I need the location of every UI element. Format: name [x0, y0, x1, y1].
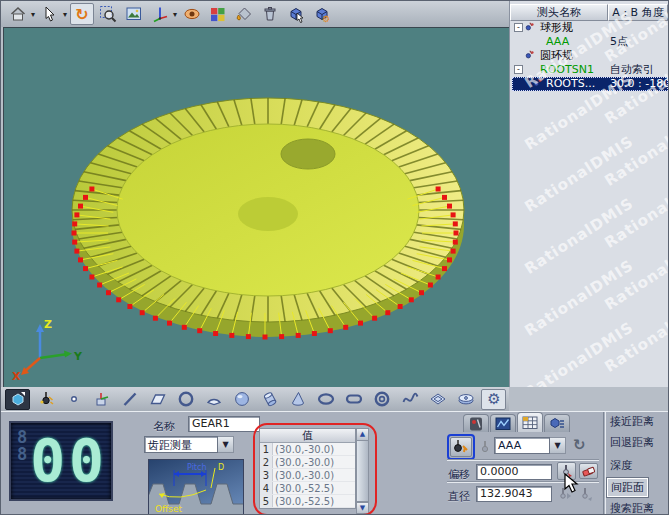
offset-input[interactable]: 0.0000: [476, 464, 552, 480]
feature-line-button[interactable]: [117, 389, 142, 410]
tab-report[interactable]: [544, 414, 570, 432]
dropdown-arrow-icon[interactable]: ▾: [63, 10, 67, 19]
measure-mode-select[interactable]: 齿距测量 ▼: [144, 436, 234, 453]
probe-select[interactable]: AAA ▼: [494, 437, 566, 454]
offset-label: 偏移: [448, 467, 470, 482]
svg-text:Y: Y: [73, 350, 83, 363]
tree-row-rootsn1[interactable]: -ROOTSN1自动索引: [510, 63, 669, 77]
erase-button[interactable]: [579, 463, 598, 479]
svg-text:⚙: ⚙: [487, 390, 500, 408]
feature-torus-button[interactable]: [369, 389, 394, 410]
pitch-label: Pitch: [187, 463, 206, 472]
feature-ellipse-button[interactable]: [313, 389, 338, 410]
pick-solid-button[interactable]: [284, 3, 308, 25]
distance-option-1[interactable]: 回退距离: [610, 435, 654, 450]
svg-text:↻: ↻: [75, 5, 88, 23]
counter-value: 00: [27, 423, 111, 499]
distance-option-2[interactable]: 深度: [610, 458, 632, 473]
torus-icon: [373, 390, 391, 408]
home-button[interactable]: [6, 3, 30, 25]
value-list-scrollbar[interactable]: ▲ ▼: [356, 428, 369, 515]
tree-item-label: 圆环规: [540, 49, 573, 63]
tab-graphics[interactable]: [490, 414, 516, 432]
solid-settings-button[interactable]: ⚙: [310, 3, 334, 25]
view-eye-button[interactable]: [180, 3, 204, 25]
dropdown-arrow-icon[interactable]: ▾: [173, 10, 177, 19]
scroll-down-icon[interactable]: ▼: [357, 502, 368, 514]
value-list-row[interactable]: 4(30.0,-52.5): [260, 482, 355, 495]
apply-probe-button[interactable]: [557, 462, 576, 480]
feature-slot-button[interactable]: [341, 389, 366, 410]
dropdown-arrow-icon[interactable]: ▾: [31, 10, 35, 19]
rationaldmis-window: ▾▾↻▾⚙ Z Y X 测头名称A : B 角度 -球形规AAA5点圆环规-RO…: [0, 0, 669, 515]
line-icon: [121, 390, 139, 408]
feature-gear-button[interactable]: ⚙: [481, 389, 506, 410]
select-cursor-button[interactable]: [38, 3, 62, 25]
tree-row-[interactable]: 圆环规: [510, 49, 669, 63]
delete-trash-button[interactable]: [258, 3, 282, 25]
tab-probe[interactable]: [463, 414, 489, 432]
color-palette-button[interactable]: [206, 3, 230, 25]
scroll-thumb[interactable]: [357, 441, 368, 502]
feature-circle-button[interactable]: [173, 389, 198, 410]
tree-expander-icon[interactable]: -: [514, 65, 523, 74]
feature-plane-button[interactable]: [145, 389, 170, 410]
zoom-window-button[interactable]: [96, 3, 120, 25]
rotate-view-button[interactable]: ↻: [70, 3, 94, 25]
tree-header-col-1[interactable]: A : B 角度: [608, 4, 668, 21]
probe-path-icon: [558, 487, 573, 505]
measurement-panel: 88 00 名称 GEAR1 齿距测量 ▼ Pitch D Offset: [1, 411, 669, 515]
tree-header-col-0[interactable]: 测头名称: [510, 4, 608, 21]
chevron-down-icon[interactable]: ▼: [218, 436, 234, 453]
feature-csys-feature-button[interactable]: [89, 389, 114, 410]
tab-graphics-icon: [494, 415, 512, 433]
tree-row-[interactable]: -球形规: [510, 21, 669, 35]
feature-cylinder-button[interactable]: [257, 389, 282, 410]
tree-expander-icon[interactable]: -: [514, 23, 523, 32]
probe-icon: [532, 78, 545, 95]
name-input[interactable]: GEAR1: [188, 416, 260, 432]
tab-table[interactable]: [517, 412, 543, 432]
feature-curve-button[interactable]: [397, 389, 422, 410]
feature-probe-sensor-button[interactable]: [33, 389, 58, 410]
disk-icon: [457, 390, 475, 408]
scroll-up-icon[interactable]: ▲: [357, 429, 368, 441]
value-list-row[interactable]: 5(30.0,-52.5): [260, 495, 355, 508]
value-list-row[interactable]: 2(30.0,-30.0): [260, 456, 355, 469]
feature-disk-button[interactable]: [453, 389, 478, 410]
pick-solid-icon: [287, 5, 305, 23]
row-index: 3: [260, 469, 273, 481]
feature-view-solid-button[interactable]: [5, 389, 30, 410]
3d-viewport[interactable]: Z Y X: [3, 27, 509, 387]
svg-text:Z: Z: [44, 318, 52, 331]
probe-tree-header: 测头名称A : B 角度: [510, 4, 669, 21]
recalculate-icon[interactable]: ↻: [573, 436, 586, 454]
row-index: 5: [260, 495, 273, 507]
feature-arc-button[interactable]: [201, 389, 226, 410]
tree-row-aaa[interactable]: AAA5点: [510, 35, 669, 49]
diameter-input[interactable]: 132.9043: [476, 486, 552, 502]
feature-cone-button[interactable]: [285, 389, 310, 410]
tree-item-value: 30.0 : -180...: [610, 77, 669, 90]
distance-option-0[interactable]: 接近距离: [610, 414, 654, 429]
distance-option-4[interactable]: 搜索距离: [610, 501, 654, 515]
arc-icon: [205, 390, 223, 408]
value-list-row[interactable]: 3(30.0,-30.0): [260, 469, 355, 482]
probe-tool-button[interactable]: [450, 437, 472, 457]
feature-surface-patch-button[interactable]: [425, 389, 450, 410]
coordinate-system-button[interactable]: [148, 3, 172, 25]
tree-row-roots[interactable]: ROOTS...30.0 : -180...: [510, 77, 669, 91]
chevron-down-icon[interactable]: ▼: [550, 437, 566, 454]
distance-option-3[interactable]: 间距面: [607, 478, 648, 497]
fit-image-button[interactable]: [122, 3, 146, 25]
slot-icon: [345, 390, 363, 408]
feature-point-button[interactable]: [61, 389, 86, 410]
watermark-text: RationalDMIS: [601, 230, 669, 314]
feature-sphere-button[interactable]: [229, 389, 254, 410]
value-list-header: 值: [260, 429, 355, 443]
diameter-label: 直径: [448, 489, 470, 504]
render-tools-button[interactable]: [232, 3, 256, 25]
csys-feature-icon: [93, 390, 111, 408]
value-list-row[interactable]: 1(30.0,-30.0): [260, 443, 355, 456]
svg-text:⚙: ⚙: [322, 14, 330, 23]
